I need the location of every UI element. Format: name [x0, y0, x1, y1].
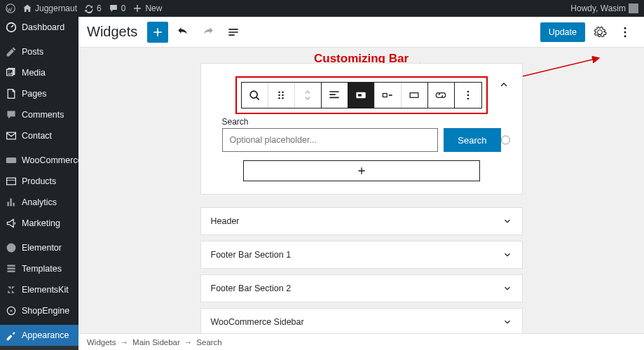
breadcrumb-item[interactable]: Search: [196, 338, 221, 346]
search-field-label: Search: [222, 117, 501, 127]
svg-point-19: [278, 97, 280, 99]
widget-areas-list: Header Footer Bar Section 1 Footer Bar S…: [200, 207, 523, 333]
sidebar-item-appearance[interactable]: Appearance: [0, 325, 78, 346]
svg-point-27: [467, 94, 469, 97]
sidebar-item-woocommerce[interactable]: WooCommerce: [0, 150, 78, 171]
sidebar-item-dashboard[interactable]: Dashboard: [0, 17, 78, 38]
add-block-button[interactable]: [147, 22, 168, 43]
sidebar-item-marketing[interactable]: Marketing: [0, 213, 78, 234]
resize-handle[interactable]: [501, 136, 510, 145]
widget-area-header[interactable]: Header: [200, 207, 523, 235]
svg-point-26: [467, 91, 469, 93]
toolbar-link-button[interactable]: [428, 83, 455, 108]
editor-main: Widgets Update Customizing Bar: [78, 17, 644, 350]
redo-button[interactable]: [198, 22, 219, 43]
chevron-down-icon: [502, 317, 512, 327]
new-link[interactable]: New: [132, 4, 162, 13]
toolbar-block-type-button[interactable]: [242, 83, 268, 108]
admin-bar: Juggernaut 6 0 New Howdy, Wasim: [0, 0, 644, 17]
list-view-button[interactable]: [223, 22, 244, 43]
sidebar-item-templates[interactable]: Templates: [0, 258, 78, 279]
add-block-appender[interactable]: [243, 160, 480, 181]
svg-point-18: [282, 94, 284, 97]
svg-point-16: [282, 92, 284, 94]
appearance-submenu: Themes Customize Widgets: [0, 346, 78, 350]
sidebar-item-contact[interactable]: Contact: [0, 125, 78, 146]
toolbar-more-button[interactable]: [455, 83, 481, 108]
svg-rect-7: [7, 267, 15, 269]
sidebar-item-media[interactable]: Media: [0, 62, 78, 83]
toolbar-align-button[interactable]: [322, 83, 348, 108]
widget-area-panel-expanded: Search Search: [200, 63, 523, 195]
toolbar-move-buttons[interactable]: [295, 83, 322, 108]
toolbar-width-button[interactable]: [402, 83, 428, 108]
svg-rect-6: [7, 265, 15, 266]
svg-rect-8: [7, 270, 15, 272]
toolbar-icon-button[interactable]: [375, 83, 402, 108]
toolbar-label-button-active[interactable]: [348, 83, 375, 108]
svg-point-12: [624, 31, 626, 33]
widget-area-footer1[interactable]: Footer Bar Section 1: [200, 241, 523, 269]
widget-area-footer2[interactable]: Footer Bar Section 2: [200, 274, 523, 302]
comments-link[interactable]: 0: [109, 4, 126, 13]
svg-point-11: [624, 27, 626, 29]
svg-rect-2: [7, 132, 16, 139]
search-placeholder-input[interactable]: [222, 128, 439, 152]
admin-sidebar: Dashboard Posts Media Pages Comments Con…: [0, 17, 78, 350]
sidebar-item-analytics[interactable]: Analytics: [0, 192, 78, 213]
chevron-down-icon: [502, 250, 512, 260]
sidebar-item-elementor[interactable]: Elementor: [0, 237, 78, 258]
svg-point-20: [282, 97, 284, 99]
sidebar-item-shopengine[interactable]: ShopEngine: [0, 300, 78, 321]
svg-point-13: [624, 35, 626, 37]
chevron-down-icon: [502, 284, 512, 293]
site-link[interactable]: Juggernaut: [22, 4, 77, 13]
editor-canvas: Customizing Bar: [78, 48, 644, 333]
svg-rect-23: [383, 94, 387, 97]
options-button[interactable]: [615, 22, 636, 43]
sidebar-item-products[interactable]: Products: [0, 171, 78, 192]
svg-point-10: [10, 309, 12, 312]
sidebar-item-pages[interactable]: Pages: [0, 83, 78, 104]
sidebar-item-elementskit[interactable]: ElementsKit: [0, 279, 78, 300]
toolbar-drag-handle[interactable]: [268, 83, 295, 108]
updates-link[interactable]: 6: [84, 4, 102, 13]
sidebar-item-comments[interactable]: Comments: [0, 104, 78, 125]
avatar: [629, 4, 638, 13]
sidebar-item-posts[interactable]: Posts: [0, 41, 78, 62]
svg-rect-3: [6, 158, 16, 163]
svg-rect-25: [410, 93, 418, 98]
page-title: Widgets: [87, 24, 137, 40]
svg-rect-22: [358, 94, 362, 96]
search-submit-button[interactable]: Search: [444, 128, 500, 152]
undo-button[interactable]: [172, 22, 193, 43]
settings-button[interactable]: [589, 22, 610, 43]
svg-point-15: [278, 92, 280, 94]
widget-area-woocommerce[interactable]: WooCommerce Sidebar: [200, 308, 523, 333]
svg-point-5: [7, 244, 16, 253]
breadcrumb-item[interactable]: Main Sidebar: [132, 338, 180, 346]
svg-point-17: [278, 94, 280, 97]
howdy-link[interactable]: Howdy, Wasim: [570, 4, 638, 13]
chevron-down-icon: [502, 216, 512, 226]
svg-rect-24: [389, 94, 392, 96]
editor-header: Widgets Update: [78, 17, 644, 48]
svg-point-28: [467, 98, 469, 100]
svg-rect-4: [7, 178, 16, 185]
block-toolbar: [241, 82, 482, 108]
update-button[interactable]: Update: [540, 22, 585, 42]
wp-logo[interactable]: [6, 4, 15, 13]
breadcrumb-item[interactable]: Widgets: [87, 338, 116, 346]
annotation-highlight-box: [235, 76, 488, 114]
block-breadcrumb: Widgets→ Main Sidebar→ Search: [78, 333, 644, 350]
